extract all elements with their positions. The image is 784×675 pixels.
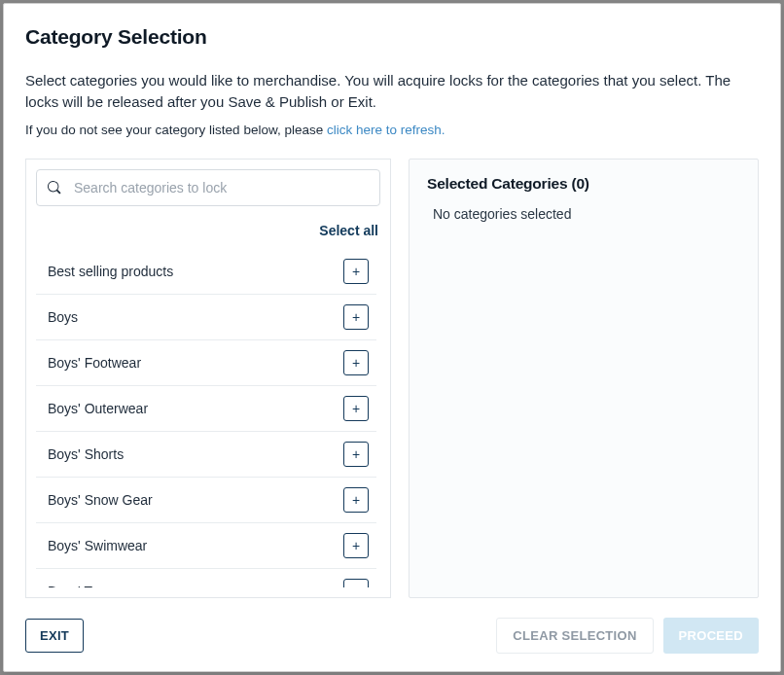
- modal-description: Select categories you would like to merc…: [25, 70, 759, 113]
- selected-title: Selected Categories (0): [427, 175, 740, 193]
- search-container: [36, 169, 380, 206]
- category-name: Boys' Swimwear: [48, 538, 147, 553]
- category-name: Boys' Footwear: [48, 355, 141, 371]
- category-name: Boys' Snow Gear: [48, 492, 153, 508]
- clear-selection-button[interactable]: CLEAR SELECTION: [496, 618, 653, 654]
- refresh-hint: If you do not see your category listed b…: [25, 123, 759, 137]
- category-row: Boys +: [36, 294, 376, 339]
- category-name: Boys: [48, 309, 78, 325]
- refresh-hint-text: If you do not see your category listed b…: [25, 123, 327, 137]
- add-category-button[interactable]: +: [343, 259, 369, 284]
- category-list[interactable]: Best selling products + Boys + Boys' Foo…: [36, 249, 380, 588]
- select-all-row: Select all: [36, 216, 380, 249]
- category-selection-modal: Category Selection Select categories you…: [3, 3, 781, 672]
- category-row: Boys' Footwear +: [36, 339, 376, 385]
- select-all-link[interactable]: Select all: [319, 223, 378, 238]
- available-categories-panel: Select all Best selling products + Boys …: [25, 159, 391, 599]
- add-category-button[interactable]: +: [343, 579, 369, 588]
- category-row: Boys' Swimwear +: [36, 522, 376, 568]
- proceed-button[interactable]: PROCEED: [663, 618, 759, 654]
- add-category-button[interactable]: +: [343, 533, 369, 558]
- category-name: Boys' Outerwear: [48, 401, 148, 416]
- add-category-button[interactable]: +: [343, 487, 369, 513]
- category-name: Boys' Shorts: [48, 446, 124, 462]
- category-row: Boys' Outerwear +: [36, 385, 376, 431]
- category-row: Boys' Snow Gear +: [36, 477, 376, 522]
- add-category-button[interactable]: +: [343, 304, 369, 330]
- search-input[interactable]: [36, 169, 380, 206]
- selected-empty-text: No categories selected: [433, 206, 746, 222]
- category-name: Best selling products: [48, 264, 173, 279]
- add-category-button[interactable]: +: [343, 350, 369, 375]
- modal-title: Category Selection: [25, 25, 759, 49]
- add-category-button[interactable]: +: [343, 396, 369, 421]
- search-icon: [48, 181, 61, 195]
- category-row: Boys' Shorts +: [36, 431, 376, 477]
- selected-categories-panel: Selected Categories (0) No categories se…: [409, 159, 759, 599]
- category-name: Boys' Tops: [48, 584, 113, 588]
- add-category-button[interactable]: +: [343, 442, 369, 467]
- refresh-link[interactable]: click here to refresh.: [327, 123, 445, 137]
- modal-footer: EXIT CLEAR SELECTION PROCEED: [25, 618, 759, 654]
- category-list-wrap: Best selling products + Boys + Boys' Foo…: [36, 249, 380, 588]
- panels: Select all Best selling products + Boys …: [25, 159, 759, 599]
- category-row: Best selling products +: [36, 249, 376, 294]
- category-row: Boys' Tops +: [36, 568, 376, 588]
- exit-button[interactable]: EXIT: [25, 619, 84, 653]
